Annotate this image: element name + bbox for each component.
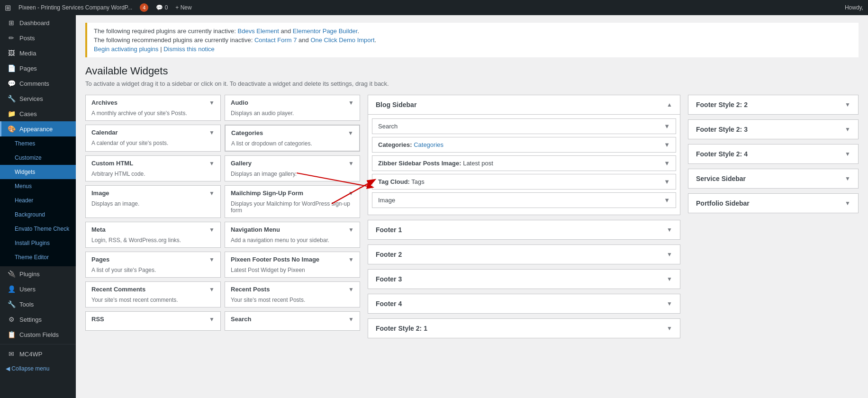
blog-sidebar-image-header[interactable]: Image ▼ — [372, 193, 676, 208]
sidebar-sub-background[interactable]: Background — [0, 208, 76, 222]
widget-pages[interactable]: Pages ▼ A list of your site's Pages. — [85, 252, 221, 278]
sidebar-sub-menus[interactable]: Menus — [0, 179, 76, 193]
footer4-header[interactable]: Footer 4 ▼ — [368, 294, 680, 313]
widget-nav-menu[interactable]: Navigation Menu ▼ Add a navigation menu … — [225, 222, 360, 248]
sidebar-item-cases[interactable]: 📁 Cases — [0, 106, 76, 121]
service-sidebar-header[interactable]: Service Sidebar ▼ — [688, 169, 858, 188]
widget-audio-label: Audio — [231, 99, 248, 106]
widget-archives-desc: A monthly archive of your site's Posts. — [86, 110, 220, 120]
blog-sidebar-categories-header[interactable]: Categories: Categories ▼ — [372, 137, 676, 152]
blog-sidebar-tagcloud-widget[interactable]: Tag Cloud: Tags ▼ — [372, 174, 676, 190]
sidebar-item-users[interactable]: 👤 Users — [0, 281, 76, 297]
notice-link-demo-import[interactable]: One Click Demo Import — [310, 36, 374, 44]
widget-categories-header[interactable]: Categories ▼ — [226, 126, 359, 140]
widget-pixeen-footer-header[interactable]: Pixeen Footer Posts No Image ▼ — [225, 252, 360, 267]
dismiss-notice-link[interactable]: Dismiss this notice — [163, 45, 215, 53]
widget-categories[interactable]: Categories ▼ A list or dropdown of categ… — [225, 125, 360, 152]
sidebar-sub-widgets[interactable]: Widgets — [0, 165, 76, 179]
widget-archives[interactable]: Archives ▼ A monthly archive of your sit… — [85, 95, 221, 121]
new-button[interactable]: + New — [175, 4, 191, 11]
widget-recent-posts[interactable]: Recent Posts ▼ Your site's most recent P… — [225, 281, 360, 308]
notice-link-bdevs[interactable]: Bdevs Element — [238, 27, 279, 35]
middle-sidebars-column: Blog Sidebar ▲ Search ▼ Categori — [368, 95, 680, 343]
sidebar-item-pages[interactable]: 📄 Pages — [0, 61, 76, 76]
widget-calendar-header[interactable]: Calendar ▼ — [86, 125, 220, 140]
widget-meta-header[interactable]: Meta ▼ — [86, 222, 220, 237]
widget-recent-comments-header[interactable]: Recent Comments ▼ — [86, 282, 220, 297]
sidebar-item-comments[interactable]: 💬 Comments — [0, 76, 76, 91]
widget-search[interactable]: Search ▼ — [225, 311, 360, 331]
sidebar-item-media[interactable]: 🖼 Media — [0, 45, 76, 61]
sidebar-item-services[interactable]: 🔧 Services — [0, 91, 76, 106]
widget-image[interactable]: Image ▼ Displays an image. — [85, 185, 221, 218]
footer4-section: Footer 4 ▼ — [368, 294, 680, 314]
widget-search-header[interactable]: Search ▼ — [225, 312, 360, 326]
blog-sidebar-search-header[interactable]: Search ▼ — [372, 119, 676, 134]
widget-rss-header[interactable]: RSS ▼ — [86, 312, 220, 326]
sidebar-item-tools[interactable]: 🔧 Tools — [0, 297, 76, 312]
sidebar-sub-install-plugins[interactable]: Install Plugins — [0, 236, 76, 250]
widget-rss[interactable]: RSS ▼ — [85, 311, 221, 331]
sidebar-label-comments: Comments — [19, 80, 49, 87]
widget-custom-html[interactable]: Custom HTML ▼ Arbitrary HTML code. — [85, 155, 221, 181]
widget-nav-menu-header[interactable]: Navigation Menu ▼ — [225, 222, 360, 237]
notice-link-elementor[interactable]: Elementor Page Builder — [293, 27, 358, 35]
page-description: To activate a widget drag it to a sideba… — [85, 80, 859, 87]
widget-gallery-label: Gallery — [231, 160, 252, 167]
sidebar-collapse-button[interactable]: ◀ Collapse menu — [0, 362, 76, 376]
widget-gallery-header[interactable]: Gallery ▼ — [225, 156, 360, 171]
sidebar-item-settings[interactable]: ⚙ Settings — [0, 312, 76, 327]
sidebar-sub-themes[interactable]: Themes — [0, 136, 76, 151]
blog-sidebar-tagcloud-header[interactable]: Tag Cloud: Tags ▼ — [372, 174, 676, 189]
blog-sidebar-zibber-chevron: ▼ — [664, 160, 670, 167]
widget-recent-posts-header[interactable]: Recent Posts ▼ — [225, 282, 360, 297]
footer-style2-3-header[interactable]: Footer Style 2: 3 ▼ — [688, 120, 858, 139]
blog-sidebar-zibber-widget[interactable]: Zibber Sidebar Posts Image: Latest post … — [372, 155, 676, 171]
footer1-header[interactable]: Footer 1 ▼ — [368, 220, 680, 239]
sidebar-sub-customize[interactable]: Customize — [0, 151, 76, 165]
footer2-header[interactable]: Footer 2 ▼ — [368, 245, 680, 264]
sidebar-item-mc4wp[interactable]: ✉ MC4WP — [0, 346, 76, 362]
notice-link-cf7[interactable]: Contact Form 7 — [254, 36, 297, 44]
blog-sidebar-image-widget[interactable]: Image ▼ — [372, 192, 676, 208]
service-sidebar-section: Service Sidebar ▼ — [688, 169, 859, 189]
footer3-header[interactable]: Footer 3 ▼ — [368, 270, 680, 289]
widget-meta[interactable]: Meta ▼ Login, RSS, & WordPress.org links… — [85, 222, 221, 248]
portfolio-sidebar-header[interactable]: Portfolio Sidebar ▼ — [688, 194, 858, 213]
widget-rss-chevron: ▼ — [209, 316, 215, 323]
footer-style2-1-section: Footer Style 2: 1 ▼ — [368, 318, 680, 338]
blog-sidebar-header[interactable]: Blog Sidebar ▲ — [368, 95, 680, 114]
updates-count[interactable]: 4 — [140, 3, 148, 12]
blog-sidebar-search-widget[interactable]: Search ▼ — [372, 118, 676, 134]
widget-recent-comments[interactable]: Recent Comments ▼ Your site's most recen… — [85, 281, 221, 308]
sidebar-item-dashboard[interactable]: ⊞ Dashboard — [0, 15, 76, 30]
begin-activating-link[interactable]: Begin activating plugins — [94, 45, 159, 53]
sidebar-sub-theme-editor[interactable]: Theme Editor — [0, 250, 76, 264]
widget-pages-header[interactable]: Pages ▼ — [86, 252, 220, 267]
sidebar-item-appearance[interactable]: 🎨 Appearance — [0, 121, 76, 136]
sidebar-sub-header[interactable]: Header — [0, 193, 76, 208]
widget-calendar[interactable]: Calendar ▼ A calendar of your site's pos… — [85, 125, 221, 152]
footer-style2-2-header[interactable]: Footer Style 2: 2 ▼ — [688, 95, 858, 114]
blog-sidebar-zibber-header[interactable]: Zibber Sidebar Posts Image: Latest post … — [372, 156, 676, 171]
sidebar-item-plugins[interactable]: 🔌 Plugins — [0, 266, 76, 281]
widget-gallery[interactable]: Gallery ▼ Displays an image gallery. — [225, 155, 360, 181]
sidebar-item-posts[interactable]: ✏ Posts — [0, 30, 76, 45]
widget-pixeen-footer[interactable]: Pixeen Footer Posts No Image ▼ Latest Po… — [225, 252, 360, 278]
footer-style2-4-header[interactable]: Footer Style 2: 4 ▼ — [688, 145, 858, 163]
dashboard-icon: ⊞ — [7, 19, 16, 27]
widget-archives-header[interactable]: Archives ▼ — [86, 95, 220, 110]
site-name[interactable]: Pixeen - Printing Services Company WordP… — [18, 4, 132, 11]
widget-audio[interactable]: Audio ▼ Displays an audio player. — [225, 95, 360, 121]
widget-rss-label: RSS — [91, 316, 104, 323]
widget-mailchimp-header[interactable]: Mailchimp Sign-Up Form ▼ — [225, 186, 360, 200]
blog-sidebar-categories-widget[interactable]: Categories: Categories ▼ — [372, 137, 676, 153]
sidebar-item-custom-fields[interactable]: 📋 Custom Fields — [0, 327, 76, 342]
widget-audio-header[interactable]: Audio ▼ — [225, 95, 360, 110]
widget-image-header[interactable]: Image ▼ — [86, 186, 220, 200]
widget-mailchimp[interactable]: Mailchimp Sign-Up Form ▼ Displays your M… — [225, 185, 360, 218]
footer-style2-1-header[interactable]: Footer Style 2: 1 ▼ — [368, 319, 680, 338]
comments-count[interactable]: 💬 0 — [156, 4, 168, 11]
widget-custom-html-header[interactable]: Custom HTML ▼ — [86, 156, 220, 171]
sidebar-sub-envato[interactable]: Envato Theme Check — [0, 222, 76, 236]
